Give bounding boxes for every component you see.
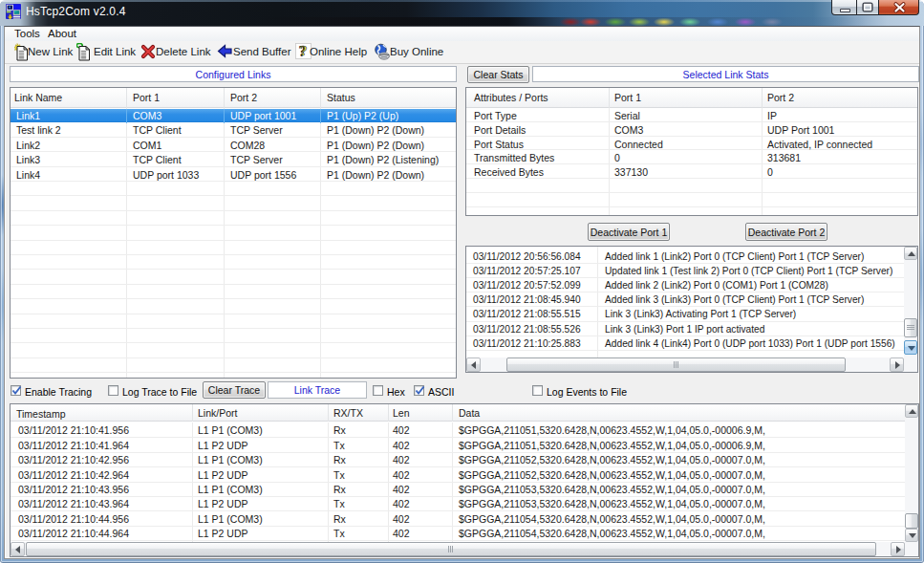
svg-text:?: ? [300, 43, 308, 58]
